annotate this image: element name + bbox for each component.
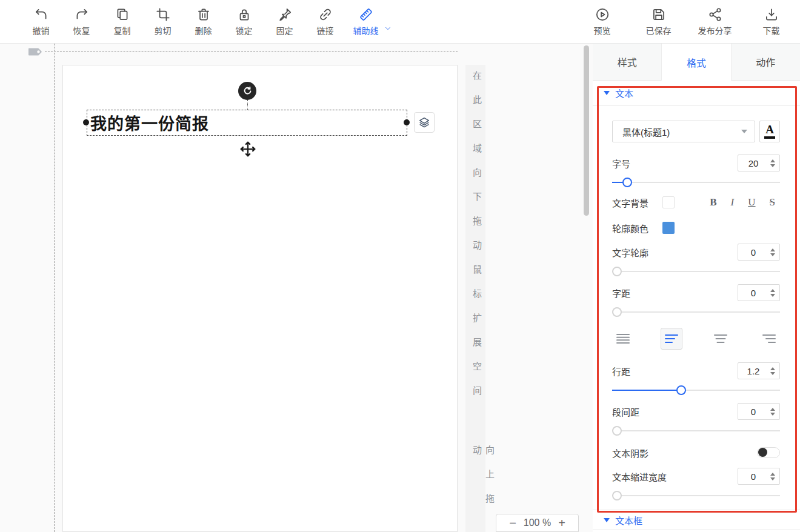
redo-label: 恢复: [73, 24, 90, 36]
preview-label: 预览: [594, 24, 611, 36]
move-handle[interactable]: [239, 139, 257, 161]
text-outline-value: 0: [738, 247, 768, 258]
font-color-button[interactable]: A: [759, 121, 780, 142]
outline-color-swatch[interactable]: [662, 222, 675, 234]
zoom-out-button[interactable]: −: [509, 517, 516, 529]
spin-up-icon[interactable]: [770, 289, 775, 292]
spin-down-icon[interactable]: [770, 253, 775, 256]
letter-spacing-spinner[interactable]: 0: [738, 284, 780, 301]
copy-button[interactable]: 复制: [102, 7, 142, 36]
underline-button[interactable]: U: [748, 196, 755, 208]
toggle-knob: [758, 448, 767, 457]
collapse-triangle-icon: [604, 91, 610, 95]
share-label: 发布分享: [698, 24, 732, 36]
cut-button[interactable]: 剪切: [142, 7, 183, 36]
tab-style[interactable]: 样式: [593, 44, 661, 81]
panel-scrollbar[interactable]: [584, 45, 589, 216]
resize-handle-left[interactable]: [83, 119, 89, 125]
margin-tag-icon[interactable]: [28, 47, 44, 59]
align-center-button[interactable]: [710, 328, 732, 350]
italic-button[interactable]: I: [731, 196, 735, 208]
text-outline-slider[interactable]: [612, 266, 780, 277]
font-family-select[interactable]: 黑体(标题1): [612, 121, 755, 142]
text-shadow-toggle[interactable]: [757, 447, 780, 458]
spin-down-icon[interactable]: [770, 294, 775, 297]
zoom-in-button[interactable]: +: [558, 517, 565, 529]
spin-up-icon[interactable]: [770, 159, 775, 162]
spin-down-icon[interactable]: [770, 372, 775, 375]
strikethrough-button[interactable]: S: [770, 196, 775, 208]
layers-button[interactable]: [414, 112, 435, 133]
textbox-section-header[interactable]: 文本框: [593, 510, 800, 530]
text-section-header[interactable]: 文本: [593, 81, 800, 106]
text-outline-spinner[interactable]: 0: [738, 244, 780, 261]
tab-action[interactable]: 动作: [732, 44, 800, 81]
link-button[interactable]: 链接: [305, 7, 345, 36]
tab-format[interactable]: 格式: [661, 44, 731, 81]
para-spacing-value: 0: [738, 407, 768, 417]
properties-panel: 样式 格式 动作 文本 黑体(标题1) A 字号 20: [593, 44, 800, 532]
move-icon: [239, 139, 257, 159]
font-color-letter: A: [765, 124, 774, 135]
para-spacing-slider[interactable]: [612, 425, 780, 436]
outline-color-label: 轮廓颜色: [612, 222, 648, 234]
selected-text-element[interactable]: 我的第一份简报: [87, 110, 407, 136]
rotate-icon: [242, 86, 253, 96]
line-spacing-slider[interactable]: [612, 385, 780, 396]
layers-icon: [418, 116, 431, 129]
guides-dropdown-arrow[interactable]: [384, 24, 392, 35]
horizontal-guide-line: [45, 51, 458, 52]
spin-up-icon[interactable]: [770, 367, 775, 370]
spin-up-icon[interactable]: [770, 248, 775, 251]
cut-label: 剪切: [155, 24, 172, 36]
zoom-level: 100 %: [524, 517, 551, 528]
letter-spacing-slider[interactable]: [612, 307, 780, 318]
letter-spacing-label: 字距: [612, 287, 630, 299]
line-spacing-spinner[interactable]: 1.2: [738, 362, 780, 379]
text-element-content[interactable]: 我的第一份简报: [87, 111, 209, 135]
dropdown-caret-icon: [741, 130, 747, 133]
font-size-label: 字号: [612, 157, 630, 170]
guides-button[interactable]: 辅助线: [345, 7, 386, 36]
guides-label: 辅助线: [353, 24, 379, 36]
lock-button[interactable]: 锁定: [224, 7, 264, 36]
pin-icon: [277, 7, 293, 22]
panel-tabs: 样式 格式 动作: [593, 44, 800, 81]
resize-handle-right[interactable]: [404, 119, 410, 125]
download-button[interactable]: 下载: [751, 7, 792, 36]
align-right-button[interactable]: [758, 328, 780, 350]
lock-label: 锁定: [236, 24, 253, 36]
preview-button[interactable]: 预览: [582, 7, 622, 36]
para-spacing-spinner[interactable]: 0: [738, 403, 780, 420]
expand-space-strip[interactable]: 在此区域向下拖动鼠标扩展空间 向上拖动: [465, 65, 485, 532]
align-justify-button[interactable]: [612, 328, 634, 350]
spin-up-icon[interactable]: [770, 473, 775, 476]
text-bg-label: 文字背景: [612, 196, 648, 209]
text-indent-slider[interactable]: [612, 490, 780, 501]
align-left-button[interactable]: [661, 328, 682, 350]
saved-label: 已保存: [646, 24, 672, 36]
text-bg-swatch[interactable]: [662, 196, 675, 208]
share-button[interactable]: 发布分享: [695, 7, 735, 36]
rotate-handle[interactable]: [238, 82, 256, 100]
canvas-area[interactable]: 我的第一份简报 在此区域向下拖动鼠标扩展空间 向上拖动 − 100 % +: [0, 44, 593, 532]
line-spacing-value: 1.2: [738, 366, 768, 376]
spin-down-icon[interactable]: [770, 477, 775, 480]
redo-button[interactable]: 恢复: [61, 7, 102, 36]
font-size-slider[interactable]: [612, 177, 780, 188]
saved-button[interactable]: 已保存: [638, 7, 679, 36]
zoom-control: − 100 % +: [496, 514, 579, 532]
text-indent-spinner[interactable]: 0: [738, 468, 780, 485]
drag-down-hint: 在此区域向下拖动鼠标扩展空间: [470, 71, 483, 410]
toolbar-right-group: 预览 已保存 发布分享 下载: [582, 7, 792, 36]
text-indent-value: 0: [738, 471, 768, 482]
undo-button[interactable]: 撤销: [21, 7, 61, 36]
pin-button[interactable]: 固定: [264, 7, 305, 36]
bold-button[interactable]: B: [710, 196, 716, 208]
link-icon: [318, 7, 333, 22]
spin-down-icon[interactable]: [770, 413, 775, 416]
font-size-spinner[interactable]: 20: [738, 155, 780, 171]
spin-up-icon[interactable]: [770, 408, 775, 411]
spin-down-icon[interactable]: [770, 164, 775, 167]
delete-button[interactable]: 删除: [183, 7, 224, 36]
